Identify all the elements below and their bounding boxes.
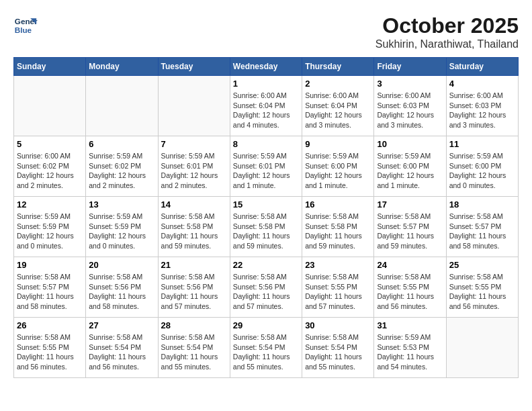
day-number: 5 [17, 139, 83, 149]
week-row-4: 19Sunrise: 5:58 AM Sunset: 5:57 PM Dayli… [14, 257, 519, 318]
day-info: Sunrise: 5:58 AM Sunset: 5:54 PM Dayligh… [305, 332, 371, 372]
day-number: 17 [377, 199, 443, 210]
day-info: Sunrise: 5:59 AM Sunset: 5:59 PM Dayligh… [89, 212, 154, 251]
day-number: 21 [161, 260, 227, 270]
day-number: 7 [161, 139, 227, 149]
day-info: Sunrise: 5:58 AM Sunset: 5:55 PM Dayligh… [449, 272, 515, 312]
logo: General Blue [13, 13, 38, 38]
day-info: Sunrise: 6:00 AM Sunset: 6:04 PM Dayligh… [233, 91, 299, 130]
day-number: 25 [449, 260, 515, 270]
day-number: 14 [161, 199, 227, 210]
day-info: Sunrise: 5:59 AM Sunset: 6:00 PM Dayligh… [377, 151, 443, 191]
logo-icon: General Blue [13, 13, 38, 38]
weekday-header-saturday: Saturday [446, 58, 518, 76]
day-number: 19 [17, 260, 83, 270]
day-number: 24 [377, 260, 443, 270]
week-row-2: 5Sunrise: 6:00 AM Sunset: 6:02 PM Daylig… [14, 136, 519, 197]
day-info: Sunrise: 5:58 AM Sunset: 5:56 PM Dayligh… [89, 272, 154, 312]
calendar-cell: 5Sunrise: 6:00 AM Sunset: 6:02 PM Daylig… [14, 136, 86, 197]
weekday-header-friday: Friday [374, 58, 446, 76]
day-info: Sunrise: 6:00 AM Sunset: 6:03 PM Dayligh… [449, 91, 515, 130]
day-info: Sunrise: 6:00 AM Sunset: 6:02 PM Dayligh… [17, 151, 83, 191]
calendar-cell: 10Sunrise: 5:59 AM Sunset: 6:00 PM Dayli… [374, 136, 446, 197]
calendar-cell: 23Sunrise: 5:58 AM Sunset: 5:55 PM Dayli… [302, 257, 374, 318]
calendar-cell: 16Sunrise: 5:58 AM Sunset: 5:58 PM Dayli… [302, 197, 374, 257]
day-number: 8 [233, 139, 299, 149]
day-info: Sunrise: 5:58 AM Sunset: 5:54 PM Dayligh… [161, 332, 227, 372]
day-number: 27 [89, 320, 154, 330]
day-info: Sunrise: 5:58 AM Sunset: 5:55 PM Dayligh… [17, 332, 83, 372]
calendar-cell [446, 318, 518, 378]
day-info: Sunrise: 5:58 AM Sunset: 5:55 PM Dayligh… [377, 272, 443, 312]
calendar-cell: 19Sunrise: 5:58 AM Sunset: 5:57 PM Dayli… [14, 257, 86, 318]
day-number: 16 [305, 199, 371, 210]
weekday-header-row: SundayMondayTuesdayWednesdayThursdayFrid… [14, 58, 519, 76]
day-number: 10 [377, 139, 443, 149]
calendar-cell: 14Sunrise: 5:58 AM Sunset: 5:58 PM Dayli… [158, 197, 230, 257]
week-row-3: 12Sunrise: 5:59 AM Sunset: 5:59 PM Dayli… [14, 197, 519, 257]
calendar-cell: 31Sunrise: 5:59 AM Sunset: 5:53 PM Dayli… [374, 318, 446, 378]
day-info: Sunrise: 5:59 AM Sunset: 5:59 PM Dayligh… [17, 212, 83, 251]
day-number: 28 [161, 320, 227, 330]
day-number: 30 [305, 320, 371, 330]
day-number: 22 [233, 260, 299, 270]
calendar-cell: 13Sunrise: 5:59 AM Sunset: 5:59 PM Dayli… [86, 197, 158, 257]
day-number: 29 [233, 320, 299, 330]
day-info: Sunrise: 5:58 AM Sunset: 5:57 PM Dayligh… [449, 212, 515, 251]
day-info: Sunrise: 5:58 AM Sunset: 5:58 PM Dayligh… [161, 212, 227, 251]
calendar-cell: 22Sunrise: 5:58 AM Sunset: 5:56 PM Dayli… [230, 257, 302, 318]
day-info: Sunrise: 5:59 AM Sunset: 6:00 PM Dayligh… [449, 151, 515, 191]
calendar-cell: 25Sunrise: 5:58 AM Sunset: 5:55 PM Dayli… [446, 257, 518, 318]
month-title: October 2025 [375, 13, 519, 38]
svg-text:Blue: Blue [15, 26, 32, 34]
day-number: 9 [305, 139, 371, 149]
calendar-cell: 24Sunrise: 5:58 AM Sunset: 5:55 PM Dayli… [374, 257, 446, 318]
day-info: Sunrise: 5:58 AM Sunset: 5:58 PM Dayligh… [233, 212, 299, 251]
weekday-header-thursday: Thursday [302, 58, 374, 76]
day-info: Sunrise: 5:58 AM Sunset: 5:55 PM Dayligh… [305, 272, 371, 312]
day-info: Sunrise: 5:58 AM Sunset: 5:56 PM Dayligh… [161, 272, 227, 312]
day-number: 3 [377, 79, 443, 89]
calendar-cell: 20Sunrise: 5:58 AM Sunset: 5:56 PM Dayli… [86, 257, 158, 318]
day-number: 26 [17, 320, 83, 330]
day-info: Sunrise: 5:59 AM Sunset: 6:00 PM Dayligh… [305, 151, 371, 191]
day-info: Sunrise: 5:58 AM Sunset: 5:54 PM Dayligh… [89, 332, 154, 372]
calendar-cell: 21Sunrise: 5:58 AM Sunset: 5:56 PM Dayli… [158, 257, 230, 318]
calendar-cell: 27Sunrise: 5:58 AM Sunset: 5:54 PM Dayli… [86, 318, 158, 378]
day-info: Sunrise: 5:58 AM Sunset: 5:57 PM Dayligh… [377, 212, 443, 251]
day-info: Sunrise: 5:58 AM Sunset: 5:56 PM Dayligh… [233, 272, 299, 312]
weekday-header-tuesday: Tuesday [158, 58, 230, 76]
day-info: Sunrise: 5:58 AM Sunset: 5:57 PM Dayligh… [17, 272, 83, 312]
calendar-cell: 1Sunrise: 6:00 AM Sunset: 6:04 PM Daylig… [230, 76, 302, 136]
calendar-cell: 7Sunrise: 5:59 AM Sunset: 6:01 PM Daylig… [158, 136, 230, 197]
calendar-cell: 3Sunrise: 6:00 AM Sunset: 6:03 PM Daylig… [374, 76, 446, 136]
calendar-cell: 26Sunrise: 5:58 AM Sunset: 5:55 PM Dayli… [14, 318, 86, 378]
calendar-cell: 4Sunrise: 6:00 AM Sunset: 6:03 PM Daylig… [446, 76, 518, 136]
day-number: 4 [449, 79, 515, 89]
day-number: 2 [305, 79, 371, 89]
calendar-cell [158, 76, 230, 136]
calendar-cell [14, 76, 86, 136]
week-row-5: 26Sunrise: 5:58 AM Sunset: 5:55 PM Dayli… [14, 318, 519, 378]
day-number: 18 [449, 199, 515, 210]
day-info: Sunrise: 6:00 AM Sunset: 6:04 PM Dayligh… [305, 91, 371, 130]
day-info: Sunrise: 5:59 AM Sunset: 6:02 PM Dayligh… [89, 151, 154, 191]
week-row-1: 1Sunrise: 6:00 AM Sunset: 6:04 PM Daylig… [14, 76, 519, 136]
calendar-cell: 15Sunrise: 5:58 AM Sunset: 5:58 PM Dayli… [230, 197, 302, 257]
calendar-cell: 12Sunrise: 5:59 AM Sunset: 5:59 PM Dayli… [14, 197, 86, 257]
weekday-header-wednesday: Wednesday [230, 58, 302, 76]
day-info: Sunrise: 5:59 AM Sunset: 6:01 PM Dayligh… [161, 151, 227, 191]
day-number: 12 [17, 199, 83, 210]
day-info: Sunrise: 5:59 AM Sunset: 5:53 PM Dayligh… [377, 332, 443, 372]
calendar-cell: 8Sunrise: 5:59 AM Sunset: 6:01 PM Daylig… [230, 136, 302, 197]
day-info: Sunrise: 5:59 AM Sunset: 6:01 PM Dayligh… [233, 151, 299, 191]
page-header: General Blue October 2025 Sukhirin, Nara… [13, 13, 519, 50]
subtitle: Sukhirin, Narathiwat, Thailand [375, 38, 519, 50]
calendar: SundayMondayTuesdayWednesdayThursdayFrid… [13, 57, 519, 378]
day-number: 31 [377, 320, 443, 330]
calendar-cell: 2Sunrise: 6:00 AM Sunset: 6:04 PM Daylig… [302, 76, 374, 136]
weekday-header-monday: Monday [86, 58, 158, 76]
day-info: Sunrise: 5:58 AM Sunset: 5:58 PM Dayligh… [305, 212, 371, 251]
calendar-cell: 9Sunrise: 5:59 AM Sunset: 6:00 PM Daylig… [302, 136, 374, 197]
day-number: 20 [89, 260, 154, 270]
